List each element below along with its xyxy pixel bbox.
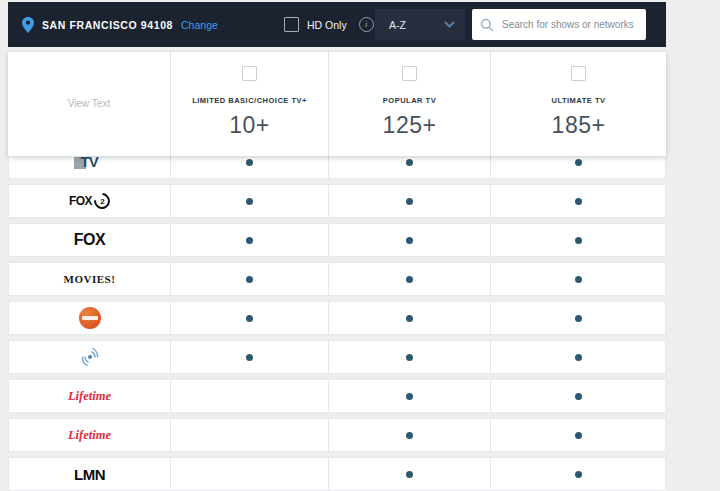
package-availability-cell (170, 419, 328, 451)
lifetime-logo: Lifetime (68, 428, 111, 443)
movies-logo: MOVIES! (64, 273, 116, 285)
included-dot (406, 471, 413, 478)
package-availability-cell (490, 458, 665, 490)
location-text: SAN FRANCISCO 94108 (42, 19, 173, 31)
package-availability-cell (490, 341, 665, 373)
included-dot (406, 393, 413, 400)
hd-only-group: HD Only i (284, 2, 374, 47)
search-box (472, 9, 646, 40)
package-channel-count: 125+ (383, 112, 437, 139)
package-availability-cell (328, 302, 490, 334)
table-row: Lifetime (8, 379, 666, 413)
top-bar: SAN FRANCISCO 94108 Change HD Only i A-Z (8, 2, 666, 47)
fox-logo: FOX (74, 231, 105, 249)
package-availability-cell (328, 419, 490, 451)
package-availability-cell (328, 341, 490, 373)
package-name: LIMITED BASIC/CHOICE TV+ (192, 96, 307, 105)
package-channel-count: 10+ (229, 112, 270, 139)
chevron-down-icon (444, 21, 455, 28)
included-dot (246, 237, 253, 244)
included-dot (575, 276, 582, 283)
package-availability-cell (170, 185, 328, 217)
package-channel-count: 185+ (552, 112, 606, 139)
table-row: FOX2 (8, 184, 666, 218)
package-name: POPULAR TV (383, 96, 436, 105)
view-column: View Text (8, 52, 170, 156)
package-checkbox[interactable] (242, 66, 257, 81)
table-row (8, 340, 666, 374)
included-dot (406, 432, 413, 439)
package-availability-cell (170, 380, 328, 412)
package-availability-cell (170, 302, 328, 334)
included-dot (575, 198, 582, 205)
package-availability-cell (490, 263, 665, 295)
package-availability-cell (170, 224, 328, 256)
hd-only-checkbox[interactable] (284, 17, 299, 32)
lifetime-logo: Lifetime (68, 389, 111, 404)
included-dot (246, 276, 253, 283)
package-availability-cell (490, 224, 665, 256)
package-header-card: View Text LIMITED BASIC/CHOICE TV+ 10+ P… (8, 52, 666, 156)
included-dot (575, 393, 582, 400)
included-dot (406, 276, 413, 283)
package-checkbox[interactable] (571, 66, 586, 81)
included-dot (575, 471, 582, 478)
included-dot (406, 159, 413, 166)
included-dot (406, 237, 413, 244)
table-row: LMN (8, 457, 666, 491)
package-availability-cell (490, 302, 665, 334)
included-dot (575, 354, 582, 361)
table-row (8, 301, 666, 335)
included-dot (575, 432, 582, 439)
included-dot (575, 315, 582, 322)
package-availability-cell (490, 380, 665, 412)
package-availability-cell (170, 341, 328, 373)
included-dot (406, 198, 413, 205)
view-text-link[interactable]: View Text (68, 98, 110, 109)
info-icon[interactable]: i (359, 17, 374, 32)
location-group: SAN FRANCISCO 94108 Change (22, 2, 218, 47)
hd-only-label: HD Only (307, 19, 347, 31)
sort-dropdown-value: A-Z (389, 19, 444, 31)
table-row: Lifetime (8, 418, 666, 452)
fox2-logo: FOX2 (69, 193, 110, 209)
search-icon (480, 18, 494, 32)
sort-dropdown[interactable]: A-Z (375, 9, 465, 40)
included-dot (406, 315, 413, 322)
package-availability-cell (328, 224, 490, 256)
package-name: ULTIMATE TV (552, 96, 606, 105)
included-dot (246, 159, 253, 166)
included-dot (246, 354, 253, 361)
package-availability-cell (490, 185, 665, 217)
table-row: MOVIES! (8, 262, 666, 296)
package-availability-cell (490, 419, 665, 451)
package-availability-cell (328, 458, 490, 490)
included-dot (246, 315, 253, 322)
package-availability-cell (328, 263, 490, 295)
included-dot (575, 159, 582, 166)
location-pin-icon (22, 17, 34, 33)
included-dot (575, 237, 582, 244)
included-dot (406, 354, 413, 361)
radio-waves-logo (79, 346, 101, 368)
package-column: ULTIMATE TV 185+ (490, 52, 666, 156)
package-availability-cell (328, 185, 490, 217)
channel-lineup-page: SAN FRANCISCO 94108 Change HD Only i A-Z… (0, 0, 720, 491)
package-availability-cell (170, 458, 328, 490)
search-input[interactable] (500, 18, 638, 31)
package-column: LIMITED BASIC/CHOICE TV+ 10+ (170, 52, 328, 156)
package-availability-cell (328, 380, 490, 412)
change-location-link[interactable]: Change (181, 19, 218, 31)
package-availability-cell (170, 263, 328, 295)
table-row: FOX (8, 223, 666, 257)
orange-circle-logo (79, 307, 101, 329)
package-checkbox[interactable] (402, 66, 417, 81)
package-column: POPULAR TV 125+ (328, 52, 490, 156)
lmn-logo: LMN (74, 466, 105, 483)
included-dot (246, 198, 253, 205)
